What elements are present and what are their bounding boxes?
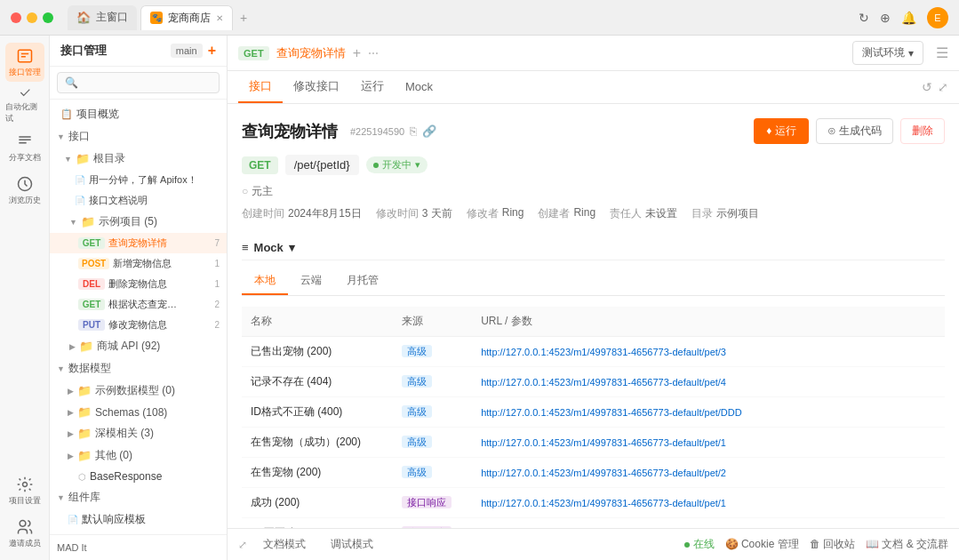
mock-tab-cloud[interactable]: 云端: [288, 268, 334, 295]
table-row[interactable]: ID格式不正确 (400) 高级 http://127.0.0.1:4523/m…: [242, 397, 945, 428]
copy-id-icon[interactable]: ⎘: [410, 124, 417, 138]
tree-item-apifox-intro[interactable]: 📄 用一分钟，了解 Apifox！: [50, 170, 227, 190]
mock-tab-local[interactable]: 本地: [242, 268, 288, 295]
docs-icon: 📖: [866, 538, 879, 550]
folder-icon: 📁: [79, 340, 93, 353]
tab-home[interactable]: 🏠 主窗口: [68, 5, 137, 30]
sidebar-item-doc[interactable]: 分享文档: [5, 128, 44, 167]
table-row[interactable]: 记录不存在 (404) 高级 http://127.0.0.1:4523/m1/…: [242, 367, 945, 397]
tab-nav-mock[interactable]: Mock: [395, 73, 444, 102]
download-icon[interactable]: ⊕: [880, 11, 891, 25]
tab-nav-interface[interactable]: 接口: [238, 71, 283, 103]
tree-folder-example-models[interactable]: ▶ 📁 示例数据模型 (0): [50, 380, 227, 402]
bottom-tab-format[interactable]: 文档模式: [254, 532, 315, 557]
meta-dir: 目录 示例项目: [691, 206, 759, 221]
home-tab-icon: 🏠: [76, 11, 91, 24]
delete-button[interactable]: 删除: [900, 118, 945, 144]
api-title: 查询宠物详情: [242, 121, 338, 142]
recycle-button[interactable]: 🗑 回收站: [810, 537, 855, 552]
layout-icon[interactable]: ☰: [936, 44, 948, 61]
expand-icon[interactable]: ⤢: [938, 80, 948, 94]
sidebar-item-api[interactable]: 接口管理: [5, 43, 44, 82]
folder-components-label: 组件库: [68, 490, 100, 505]
cell-url: http://127.0.0.1:4523/m1/4997831-4656773…: [472, 337, 945, 367]
run-button[interactable]: ♦ 运行: [754, 118, 808, 144]
bottom-tab-debug[interactable]: 调试模式: [322, 532, 382, 557]
chevron-down-icon: ▼: [69, 218, 77, 227]
post-pet-count: 1: [214, 259, 220, 268]
tree-item-post-pet[interactable]: POST 新增宠物信息 1: [50, 253, 227, 274]
tree-item-del-pet[interactable]: DEL 删除宠物信息 1: [50, 274, 227, 294]
branch-selector[interactable]: main: [171, 44, 203, 58]
refresh-icon[interactable]: ↻: [859, 11, 869, 25]
tree-folder-schemas[interactable]: ▶ 📁 Schemas (108): [50, 402, 227, 422]
tree-item-overview[interactable]: 📋 项目概览: [50, 103, 227, 125]
sidebar-item-settings[interactable]: 项目设置: [5, 471, 44, 510]
reset-icon[interactable]: ↺: [922, 80, 932, 94]
sidebar-item-history[interactable]: 浏览历史: [5, 171, 44, 210]
meta-create-value: 2024年8月15日: [288, 206, 362, 221]
expand-bottom-icon[interactable]: ⤢: [238, 539, 247, 551]
tree-sidebar: 接口管理 main + 📋 项目概览 ▼ 接口 ▼ 📁 根目录: [50, 36, 228, 560]
tree-folder-components[interactable]: ▼ 组件库: [50, 486, 227, 508]
tree-item-base-response[interactable]: ⬡ BaseResponse: [50, 467, 227, 486]
tree-item-api-doc-label: 接口文档说明: [89, 194, 148, 207]
generate-code-button[interactable]: ⊙ 生成代码: [816, 118, 893, 144]
add-tab-button[interactable]: +: [353, 45, 361, 61]
tab-close-icon[interactable]: ✕: [216, 13, 223, 23]
add-item-button[interactable]: +: [208, 43, 216, 59]
folder-interface-label: 接口: [68, 129, 90, 144]
table-row[interactable]: 在售宠物（成功）(200) 高级 http://127.0.0.1:4523/m…: [242, 428, 945, 458]
more-options-icon[interactable]: ⋯: [368, 47, 379, 60]
online-dot: [684, 542, 690, 548]
minimize-button[interactable]: [27, 12, 37, 23]
folder-models-label: 数据模型: [68, 361, 111, 376]
tree-folder-interface[interactable]: ▼ 接口: [50, 125, 227, 148]
mock-collapse-icon[interactable]: ≡: [242, 241, 249, 254]
avatar[interactable]: E: [927, 7, 948, 28]
tree-item-get-status[interactable]: GET 根据状态查宠… 2: [50, 294, 227, 315]
tree-folder-other[interactable]: ▶ 📁 其他 (0): [50, 444, 227, 467]
svg-point-3: [20, 520, 26, 526]
search-input[interactable]: [57, 72, 220, 93]
table-row[interactable]: ID 不正确 (400) 接口响应 http://127.0.0.1:4523/…: [242, 518, 945, 529]
docs-button[interactable]: 📖 文档 & 交流群: [866, 537, 948, 552]
tree-folder-root[interactable]: ▼ 📁 根目录: [50, 148, 227, 170]
tree-item-default-template[interactable]: 📄 默认响应模板: [50, 508, 227, 531]
window-tabs: 🏠 主窗口 🐾 宠商商店 ✕ +: [68, 5, 851, 30]
meta-modify-value: 3 天前: [422, 206, 452, 221]
tree-item-api-doc[interactable]: 📄 接口文档说明: [50, 190, 227, 211]
owner-row: ○ 元主: [242, 184, 945, 199]
tree-folder-example[interactable]: ▼ 📁 示例项目 (5): [50, 211, 227, 233]
chevron-right-icon: ▶: [68, 408, 74, 417]
folder-icon: 📁: [77, 427, 92, 440]
table-row[interactable]: 已售出宠物 (200) 高级 http://127.0.0.1:4523/m1/…: [242, 337, 945, 367]
footer-label: MAD It: [57, 542, 87, 553]
close-button[interactable]: [11, 12, 21, 23]
env-selector[interactable]: 测试环境 ▾: [852, 41, 923, 65]
tree-item-get-pet[interactable]: GET 查询宠物详情 7: [50, 233, 227, 253]
chevron-down-icon: ▾: [289, 241, 295, 254]
maximize-button[interactable]: [43, 12, 53, 23]
tree-folder-models[interactable]: ▼ 数据模型: [50, 357, 227, 380]
tab-shop[interactable]: 🐾 宠商商店 ✕: [140, 5, 233, 30]
tree-folder-deep-model[interactable]: ▶ 📁 深模相关 (3): [50, 422, 227, 444]
new-tab-button[interactable]: +: [240, 11, 247, 25]
bell-icon[interactable]: 🔔: [901, 11, 916, 25]
tree-item-overview-label: 项目概览: [76, 107, 119, 122]
table-row[interactable]: 在售宠物 (200) 高级 http://127.0.0.1:4523/m1/4…: [242, 458, 945, 488]
tree-folder-shop-api[interactable]: ▶ 📁 商城 API (92): [50, 335, 227, 357]
history-icon: [16, 175, 34, 193]
table-row[interactable]: 成功 (200) 接口响应 http://127.0.0.1:4523/m1/4…: [242, 488, 945, 518]
sidebar-item-auto[interactable]: 自动化测试: [5, 85, 44, 124]
cell-url: http://127.0.0.1:4523/m1/4997831-4656773…: [472, 488, 945, 518]
tree-item-put-pet[interactable]: PUT 修改宠物信息 2: [50, 315, 227, 335]
link-icon[interactable]: 🔗: [422, 124, 436, 138]
tab-nav-modify[interactable]: 修改接口: [283, 71, 350, 103]
sidebar-item-team[interactable]: 邀请成员: [5, 514, 44, 553]
titlebar: 🏠 主窗口 🐾 宠商商店 ✕ + ↻ ⊕ 🔔 E: [0, 0, 959, 36]
cell-name: 在售宠物（成功）(200): [242, 428, 393, 458]
cookie-manager-button[interactable]: 🍪 Cookie 管理: [725, 537, 799, 552]
tab-nav-run[interactable]: 运行: [350, 71, 395, 103]
mock-tab-managed[interactable]: 月托管: [334, 268, 391, 295]
